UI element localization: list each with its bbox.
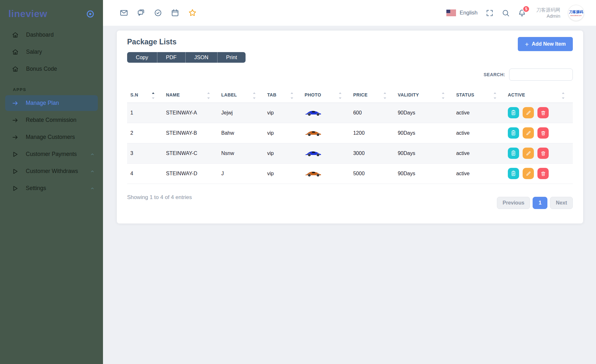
sort-carets-icon: [562, 91, 564, 99]
topbar-shortcut-icons: [120, 8, 197, 17]
account-name: 刀客源码网: [536, 7, 560, 13]
cell-status: active: [453, 163, 505, 184]
add-new-item-label: Add New Item: [532, 41, 566, 47]
column-header-s-n[interactable]: S.N: [127, 89, 163, 103]
view-button[interactable]: [508, 168, 519, 179]
chevron-up-icon: [90, 186, 95, 191]
clipboard-icon: [510, 130, 517, 136]
chevron-up-icon: [90, 152, 95, 157]
column-header-status[interactable]: STATUS: [453, 89, 505, 103]
sidebar-item-customer-withdraws[interactable]: Customer Withdraws: [5, 163, 98, 179]
pencil-icon: [526, 130, 531, 136]
cell-price: 3000: [350, 143, 395, 163]
column-header-label[interactable]: LABEL: [218, 89, 264, 103]
table-row: 4STEINWAY-DJvip500090Daysactive: [127, 163, 573, 184]
export-pdf-button[interactable]: PDF: [157, 52, 185, 63]
sidebar-item-customer-payments[interactable]: Customer Payments: [5, 146, 98, 162]
clipboard-icon: [510, 150, 517, 156]
sidebar-item-label: Settings: [26, 185, 46, 192]
play-icon: [12, 151, 19, 158]
search-row: SEARCH:: [127, 68, 573, 81]
sidebar-item-salary[interactable]: Salary: [5, 44, 98, 60]
page-title: Package Lists: [127, 38, 573, 46]
edit-button[interactable]: [523, 107, 534, 118]
trash-icon: [540, 110, 546, 116]
sidebar-toggle-icon[interactable]: [86, 10, 95, 18]
search-label: SEARCH:: [484, 72, 505, 77]
sidebar-item-manage-customers[interactable]: Manage Customers: [5, 129, 98, 145]
cell-tab: vip: [264, 163, 301, 184]
column-header-validity[interactable]: VALIDITY: [395, 89, 453, 103]
search-input[interactable]: [509, 68, 573, 81]
pagination: Previous 1 Next: [497, 197, 573, 209]
export-print-button[interactable]: Print: [217, 52, 246, 63]
cell-tab: vip: [264, 143, 301, 163]
cell-tab: vip: [264, 103, 301, 123]
pagination-previous-button[interactable]: Previous: [497, 197, 530, 209]
edit-button[interactable]: [523, 168, 534, 179]
pagination-page-1-button[interactable]: 1: [533, 197, 547, 209]
mail-icon[interactable]: [120, 9, 128, 17]
avatar[interactable]: 刀客源码 www.dkewl.com: [568, 5, 584, 21]
entries-summary: Showing 1 to 4 of 4 entries: [127, 194, 192, 201]
sidebar-item-label: Manage Plan: [26, 100, 59, 106]
sidebar-item-rebate-commission[interactable]: Rebate Commission: [5, 112, 98, 128]
add-new-item-button[interactable]: + Add New Item: [518, 37, 573, 51]
cell-label: J: [218, 163, 264, 184]
home-icon: [12, 48, 19, 56]
export-copy-button[interactable]: Copy: [127, 52, 157, 63]
star-icon[interactable]: [188, 8, 197, 17]
delete-button[interactable]: [537, 127, 549, 139]
view-button[interactable]: [508, 148, 519, 159]
column-header-tab[interactable]: TAB: [264, 89, 301, 103]
blue-car-image: [305, 150, 321, 157]
sort-carets-icon: [253, 91, 256, 99]
sidebar-item-settings[interactable]: Settings: [5, 180, 98, 196]
plus-icon: +: [525, 41, 529, 48]
column-header-photo[interactable]: PHOTO: [302, 89, 350, 103]
sidebar-item-label: Salary: [26, 49, 42, 55]
fullscreen-icon[interactable]: [486, 9, 494, 17]
view-button[interactable]: [508, 107, 519, 118]
pencil-icon: [526, 150, 531, 156]
cell-validity: 90Days: [395, 143, 453, 163]
column-header-name[interactable]: NAME: [163, 89, 218, 103]
table-body: 1STEINWAY-AJejwjvip60090Daysactive2STEIN…: [127, 103, 573, 184]
cell-photo: [302, 123, 350, 143]
export-button-group: CopyPDFJSONPrint: [127, 52, 246, 63]
topbar: English 5 刀客源码网 Admin: [103, 0, 596, 26]
notifications-bell[interactable]: 5: [518, 9, 526, 17]
column-header-price[interactable]: PRICE: [350, 89, 395, 103]
cell-price: 600: [350, 103, 395, 123]
delete-button[interactable]: [537, 148, 549, 159]
delete-button[interactable]: [537, 168, 549, 179]
chat-icon[interactable]: [137, 9, 145, 17]
sidebar-item-label: Customer Payments: [26, 151, 77, 158]
sidebar-item-dashboard[interactable]: Dashboard: [5, 27, 98, 43]
check-circle-icon[interactable]: [154, 9, 162, 17]
delete-button[interactable]: [537, 107, 549, 118]
sidebar-item-bonus-code[interactable]: Bonus Code: [5, 61, 98, 77]
column-header-active[interactable]: ACTIVE: [505, 89, 573, 103]
sidebar-item-label: Dashboard: [26, 32, 54, 38]
arrow-right-icon: [12, 100, 19, 107]
cell-name: STEINWAY-B: [163, 123, 218, 143]
sidebar-item-manage-plan[interactable]: Manage Plan: [5, 95, 98, 111]
orange-car-image: [305, 129, 321, 137]
edit-button[interactable]: [523, 127, 534, 139]
cell-actions: [505, 123, 573, 143]
export-json-button[interactable]: JSON: [185, 52, 217, 63]
play-icon: [12, 185, 19, 192]
pagination-next-button[interactable]: Next: [550, 197, 573, 209]
cell-actions: [505, 163, 573, 184]
pencil-icon: [526, 110, 531, 116]
language-selector[interactable]: English: [446, 10, 478, 16]
cell-name: STEINWAY-C: [163, 143, 218, 163]
search-icon[interactable]: [502, 9, 510, 17]
app-logo: lineview: [8, 8, 47, 19]
view-button[interactable]: [508, 127, 519, 139]
calendar-icon[interactable]: [171, 9, 179, 17]
edit-button[interactable]: [523, 148, 534, 159]
play-icon: [12, 168, 19, 175]
table-row: 3STEINWAY-CNsnwvip300090Daysactive: [127, 143, 573, 163]
